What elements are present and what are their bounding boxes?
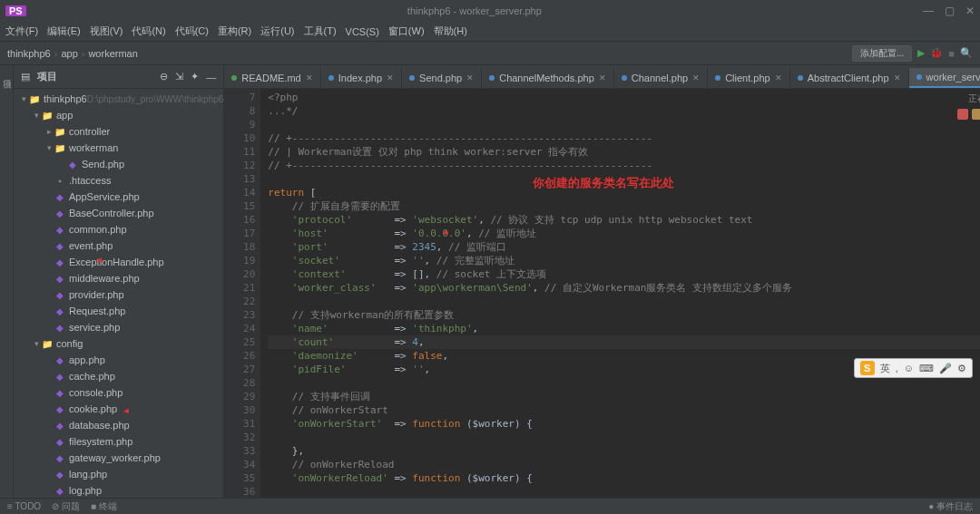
menu-item[interactable]: 重构(R) xyxy=(218,24,251,38)
tree-node[interactable]: ◆middleware.php xyxy=(14,270,223,286)
ime-button[interactable]: S xyxy=(860,361,875,375)
breadcrumb-item[interactable]: thinkphp6 xyxy=(7,48,51,59)
tree-node[interactable]: ◆AppService.php xyxy=(14,189,223,205)
status-bar: ≡ TODO⊘ 问题■ 终端● 事件日志 xyxy=(0,498,980,514)
tree-node[interactable]: ◆filesystem.php xyxy=(14,433,223,450)
tree-node[interactable]: ◆ExceptionHandle.php xyxy=(14,254,223,270)
project-tree[interactable]: ▾📁thinkphp6 D:\phpstudy_pro\WWW\thinkphp… xyxy=(14,89,223,498)
ime-button[interactable]: 英 xyxy=(880,362,890,375)
tree-node[interactable]: ◆console.php xyxy=(14,384,223,401)
line-gutter: 7891011121314151617181920212223242526272… xyxy=(224,89,260,498)
analysis-label: 正在分析... xyxy=(968,92,980,105)
title-bar: PS thinkphp6 - worker_server.php — ▢ ✕ xyxy=(0,0,980,22)
sidebar-collapse-icon[interactable]: ⊖ xyxy=(160,71,168,82)
ime-button[interactable]: 🎤 xyxy=(939,363,952,374)
project-sidebar: ▤ 项目 ⊖ ⇲ ✦ — ▾📁thinkphp6 D:\phpstudy_pro… xyxy=(14,65,224,498)
tree-node[interactable]: ◆Request.php xyxy=(14,303,223,319)
ime-button[interactable]: ⌨ xyxy=(919,363,934,374)
tree-node[interactable]: ◆log.php xyxy=(14,482,223,498)
search-icon[interactable]: 🔍 xyxy=(960,47,973,59)
stop-icon[interactable]: ■ xyxy=(948,48,955,59)
tree-node[interactable]: ◆BaseController.php xyxy=(14,205,223,221)
debug-icon[interactable]: 🐞 xyxy=(930,47,943,59)
inspection-widgets[interactable] xyxy=(957,109,980,120)
menu-item[interactable]: 文件(F) xyxy=(5,24,38,38)
run-config-select[interactable]: 添加配置... xyxy=(852,45,912,62)
editor-tab[interactable]: ChannelMethods.php✕ xyxy=(482,68,614,88)
tree-node[interactable]: ◆gateway_worker.php xyxy=(14,450,223,466)
tree-node[interactable]: ▾📁thinkphp6 D:\phpstudy_pro\WWW\thinkphp… xyxy=(14,91,223,107)
tree-node[interactable]: ◆cookie.php xyxy=(14,401,223,417)
tree-node[interactable]: ◆app.php xyxy=(14,352,223,368)
ime-button[interactable]: ⚙ xyxy=(957,363,966,374)
menu-item[interactable]: 代码(N) xyxy=(132,24,165,38)
toolbar: thinkphp6›app›workerman 添加配置... ▶ 🐞 ■ 🔍 xyxy=(0,42,980,65)
sidebar-title: 项目 xyxy=(37,70,57,83)
tree-node[interactable]: ▸📁controller xyxy=(14,123,223,140)
sidebar-settings-icon[interactable]: ✦ xyxy=(191,71,199,82)
sidebar-expand-icon[interactable]: ⇲ xyxy=(175,71,183,82)
ime-button[interactable]: , xyxy=(896,363,898,373)
tree-node[interactable]: ▾📁workerman xyxy=(14,140,223,156)
tree-node[interactable]: ▪.htaccess xyxy=(14,172,223,189)
code-editor[interactable]: <?php...*/ // +-------------------------… xyxy=(260,89,980,498)
ime-button[interactable]: ☺ xyxy=(904,363,914,373)
menu-item[interactable]: 工具(T) xyxy=(304,24,337,38)
status-item[interactable]: ≡ TODO xyxy=(7,501,41,511)
editor-tab[interactable]: Send.php✕ xyxy=(402,68,482,88)
tree-node[interactable]: ◆provider.php xyxy=(14,286,223,303)
ime-toolbar[interactable]: S英,☺⌨🎤⚙ xyxy=(854,358,973,378)
menu-item[interactable]: VCS(S) xyxy=(346,26,379,37)
event-log[interactable]: ● 事件日志 xyxy=(928,500,973,513)
tree-node[interactable]: ▾📁config xyxy=(14,335,223,352)
tree-node[interactable]: ◆lang.php xyxy=(14,466,223,482)
sidebar-header: ▤ 项目 ⊖ ⇲ ✦ — xyxy=(14,65,223,89)
tree-node[interactable]: ◆common.php xyxy=(14,221,223,238)
editor-area: README.md✕Index.php✕Send.php✕ChannelMeth… xyxy=(224,65,980,498)
menu-item[interactable]: 运行(U) xyxy=(260,24,294,38)
tool-window-strip-left: 项目 xyxy=(0,65,14,498)
breadcrumb-item[interactable]: workerman xyxy=(88,48,137,59)
menu-bar: 文件(F)编辑(E)视图(V)代码(N)代码(C)重构(R)运行(U)工具(T)… xyxy=(0,22,980,42)
status-item[interactable]: ■ 终端 xyxy=(91,500,117,513)
editor-tab[interactable]: worker_server.php✕ xyxy=(909,68,980,88)
tree-node[interactable]: ◆database.php xyxy=(14,417,223,433)
menu-item[interactable]: 代码(C) xyxy=(175,24,209,38)
tree-node[interactable]: ◆Send.php xyxy=(14,156,223,172)
menu-item[interactable]: 窗口(W) xyxy=(388,24,425,38)
editor-tab[interactable]: Channel.php✕ xyxy=(614,68,708,88)
status-item[interactable]: ⊘ 问题 xyxy=(52,500,80,513)
menu-item[interactable]: 编辑(E) xyxy=(47,24,81,38)
run-icon[interactable]: ▶ xyxy=(917,47,925,59)
editor-tabs: README.md✕Index.php✕Send.php✕ChannelMeth… xyxy=(224,65,980,89)
editor-tab[interactable]: Index.php✕ xyxy=(321,68,402,88)
tree-node[interactable]: ◆service.php xyxy=(14,319,223,335)
tree-node[interactable]: ◆cache.php xyxy=(14,368,223,384)
project-icon: ▤ xyxy=(21,71,30,82)
minimize-icon[interactable]: — xyxy=(923,5,934,17)
editor-tab[interactable]: README.md✕ xyxy=(224,68,320,88)
menu-item[interactable]: 视图(V) xyxy=(90,24,123,38)
breadcrumb-item[interactable]: app xyxy=(61,48,77,59)
sidebar-hide-icon[interactable]: — xyxy=(206,72,216,82)
tree-node[interactable]: ◆event.php xyxy=(14,238,223,254)
editor-tab[interactable]: AbstractClient.php✕ xyxy=(790,68,909,88)
breadcrumb[interactable]: thinkphp6›app›workerman xyxy=(7,48,138,59)
app-logo: PS xyxy=(5,5,26,16)
editor-tab[interactable]: Client.php✕ xyxy=(708,68,790,88)
tree-node[interactable]: ▾📁app xyxy=(14,107,223,123)
maximize-icon[interactable]: ▢ xyxy=(945,5,955,17)
window-title: thinkphp6 - worker_server.php xyxy=(26,5,923,16)
menu-item[interactable]: 帮助(H) xyxy=(434,24,467,38)
close-icon[interactable]: ✕ xyxy=(965,5,975,17)
